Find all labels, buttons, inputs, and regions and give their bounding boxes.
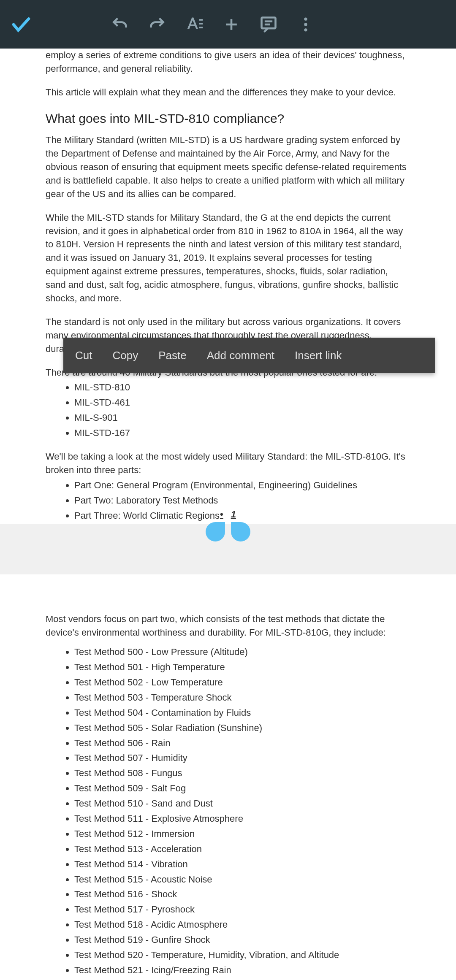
- list-item[interactable]: Test Method 519 - Gunfire Shock: [74, 933, 410, 947]
- paragraph[interactable]: We'll be taking a look at the most widel…: [46, 450, 410, 477]
- selection-handle-right[interactable]: [231, 522, 250, 541]
- paragraph[interactable]: employ a series of extreme conditions to…: [46, 49, 410, 76]
- text-format-button[interactable]: [176, 7, 212, 42]
- context-menu-add-comment[interactable]: Add comment: [207, 349, 274, 362]
- add-button[interactable]: [214, 7, 249, 42]
- paragraph[interactable]: The Military Standard (written MIL-STD) …: [46, 133, 410, 200]
- list-item[interactable]: Test Method 517 - Pyroshock: [74, 903, 410, 916]
- svg-rect-5: [262, 17, 276, 28]
- paragraph[interactable]: Most vendors focus on part two, which co…: [46, 612, 410, 639]
- svg-point-10: [304, 28, 307, 31]
- list-item[interactable]: Test Method 507 - Humidity: [74, 751, 410, 765]
- context-menu-paste[interactable]: Paste: [158, 349, 187, 362]
- list-item[interactable]: Test Method 508 - Fungus: [74, 766, 410, 780]
- comment-button[interactable]: [251, 7, 286, 42]
- paragraph[interactable]: While the MIL-STD stands for Military St…: [46, 211, 410, 305]
- list-item[interactable]: MIL-STD-810: [74, 381, 410, 394]
- context-menu-cut[interactable]: Cut: [75, 349, 92, 362]
- list-item[interactable]: Test Method 506 - Rain: [74, 736, 410, 750]
- context-menu: Cut Copy Paste Add comment Insert link: [63, 338, 435, 373]
- text-selection[interactable]: 1: [206, 522, 250, 541]
- list-item[interactable]: Test Method 521 - Icing/Freezing Rain: [74, 964, 410, 977]
- paragraph[interactable]: This article will explain what they mean…: [46, 86, 410, 99]
- list-item[interactable]: Test Method 518 - Acidic Atmosphere: [74, 918, 410, 931]
- list-item[interactable]: Test Method 511 - Explosive Atmosphere: [74, 812, 410, 826]
- list-item[interactable]: Test Method 513 - Acceleration: [74, 842, 410, 856]
- undo-button[interactable]: [102, 7, 138, 42]
- list-item[interactable]: MIL-S-901: [74, 411, 410, 425]
- list-item[interactable]: Test Method 500 - Low Pressure (Altitude…: [74, 645, 410, 659]
- list-item[interactable]: Part Two: Laboratory Test Methods: [74, 494, 410, 507]
- list-item[interactable]: MIL-STD-167: [74, 426, 410, 440]
- list-item[interactable]: Part One: General Program (Environmental…: [74, 479, 410, 492]
- list-item[interactable]: Test Method 505 - Solar Radiation (Sunsh…: [74, 721, 410, 735]
- page-break-region: 1: [0, 524, 456, 574]
- list-item[interactable]: Test Method 501 - High Temperature: [74, 661, 410, 674]
- list-item[interactable]: Test Method 502 - Low Temperature: [74, 676, 410, 689]
- list-item[interactable]: Test Method 504 - Contamination by Fluid…: [74, 706, 410, 720]
- done-button[interactable]: [8, 12, 34, 37]
- bulleted-list[interactable]: Test Method 500 - Low Pressure (Altitude…: [46, 645, 410, 980]
- context-menu-copy[interactable]: Copy: [112, 349, 138, 362]
- list-item[interactable]: Test Method 509 - Salt Fog: [74, 782, 410, 795]
- svg-rect-1: [199, 23, 203, 24]
- redo-button[interactable]: [139, 7, 175, 42]
- list-item[interactable]: Test Method 514 - Vibration: [74, 858, 410, 871]
- list-item[interactable]: Test Method 512 - Immersion: [74, 827, 410, 841]
- context-menu-insert-link[interactable]: Insert link: [295, 349, 342, 362]
- more-button[interactable]: [288, 7, 323, 42]
- list-item[interactable]: Test Method 503 - Temperature Shock: [74, 691, 410, 704]
- list-item[interactable]: MIL-STD-461: [74, 396, 410, 409]
- list-item[interactable]: Part Three: World Climatic Regions: [74, 509, 410, 522]
- svg-point-9: [304, 23, 307, 26]
- svg-rect-2: [199, 27, 203, 28]
- list-item[interactable]: Test Method 510 - Sand and Dust: [74, 797, 410, 810]
- svg-point-8: [304, 17, 307, 20]
- selection-handle-left[interactable]: [206, 522, 225, 541]
- document-canvas[interactable]: employ a series of extreme conditions to…: [0, 49, 456, 980]
- list-item[interactable]: Test Method 520 - Temperature, Humidity,…: [74, 948, 410, 962]
- list-item[interactable]: Test Method 515 - Acoustic Noise: [74, 873, 410, 886]
- bulleted-list[interactable]: MIL-STD-810MIL-STD-461MIL-S-901MIL-STD-1…: [46, 381, 410, 440]
- svg-rect-0: [199, 19, 203, 21]
- selected-text[interactable]: 1: [220, 508, 236, 521]
- list-item[interactable]: Test Method 516 - Shock: [74, 888, 410, 901]
- heading-2[interactable]: What goes into MIL-STD-810 compliance?: [46, 109, 410, 128]
- top-toolbar: [0, 0, 456, 49]
